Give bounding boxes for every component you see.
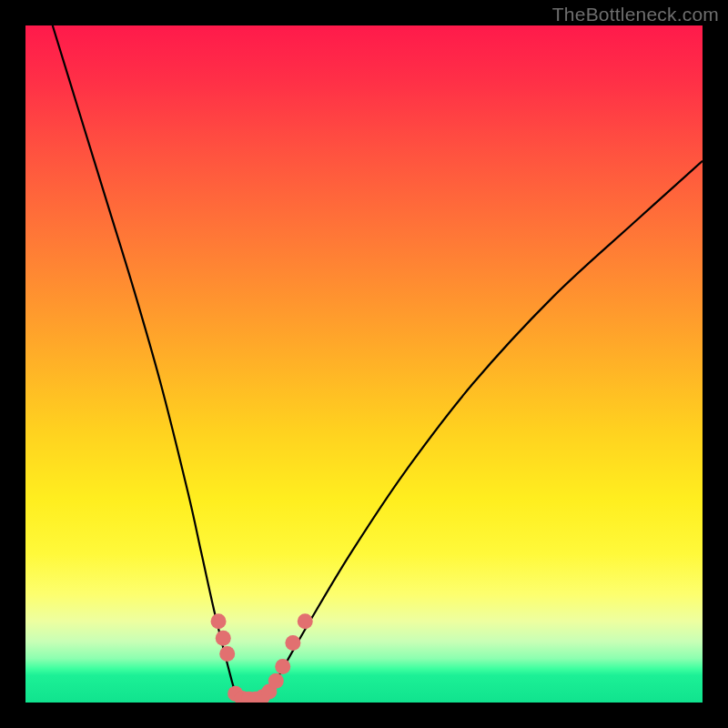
- curve-marker: [219, 646, 235, 662]
- curve-marker: [275, 659, 290, 674]
- curve-marker: [216, 631, 231, 646]
- curve-marker: [268, 673, 284, 689]
- chart-frame: TheBottleneck.com: [0, 0, 728, 728]
- bottleneck-curve: [53, 25, 703, 703]
- curve-marker: [285, 635, 300, 651]
- curve-markers: [211, 613, 313, 703]
- curve-marker: [298, 613, 313, 629]
- curve-layer: [25, 25, 703, 703]
- curve-marker: [211, 613, 227, 629]
- bottleneck-curve-path: [53, 25, 703, 703]
- plot-area: [25, 25, 703, 703]
- watermark-text: TheBottleneck.com: [552, 4, 719, 25]
